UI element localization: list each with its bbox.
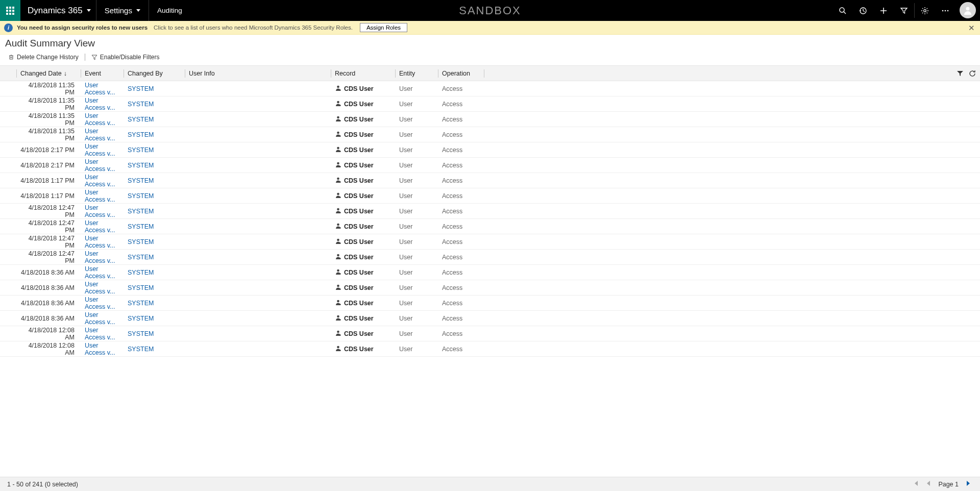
recent-button[interactable] [853, 0, 873, 21]
cell-changed-by-link[interactable]: SYSTEM [124, 162, 185, 169]
cell-changed-by-link[interactable]: SYSTEM [124, 131, 185, 138]
cell-date: 4/18/2018 12:47 PM [16, 219, 81, 234]
auditing-link[interactable]: Auditing [149, 0, 190, 21]
cell-event-link[interactable]: User Access v... [81, 143, 124, 157]
table-row[interactable]: 4/18/2018 2:17 PMUser Access v...SYSTEMC… [0, 158, 980, 173]
svg-point-40 [339, 258, 341, 259]
cell-event-link[interactable]: User Access v... [81, 219, 124, 234]
cell-changed-by-link[interactable]: SYSTEM [124, 146, 185, 154]
cell-changed-by-link[interactable]: SYSTEM [124, 300, 185, 307]
cell-record: CDS User [331, 238, 395, 246]
table-row[interactable]: 4/18/2018 12:08 AMUser Access v...SYSTEM… [0, 341, 980, 357]
table-row[interactable]: 4/18/2018 8:36 AMUser Access v...SYSTEMC… [0, 280, 980, 296]
col-changed-date[interactable]: Changed Date ↓ [16, 66, 81, 81]
table-row[interactable]: 4/18/2018 12:47 PMUser Access v...SYSTEM… [0, 204, 980, 219]
cell-entity: User [395, 177, 438, 184]
cell-event-link[interactable]: User Access v... [81, 189, 124, 203]
cell-changed-by-link[interactable]: SYSTEM [124, 269, 185, 276]
cell-operation: Access [438, 254, 484, 261]
table-row[interactable]: 4/18/2018 8:36 AMUser Access v...SYSTEMC… [0, 296, 980, 311]
notif-title: You need to assign security roles to new… [17, 24, 148, 31]
table-row[interactable]: 4/18/2018 11:35 PMUser Access v...SYSTEM… [0, 127, 980, 142]
cell-event-link[interactable]: User Access v... [81, 311, 124, 326]
cell-event-link[interactable]: User Access v... [81, 235, 124, 249]
table-row[interactable]: 4/18/2018 11:35 PMUser Access v...SYSTEM… [0, 112, 980, 127]
view-toolbar: Delete Change History Enable/Disable Fil… [0, 51, 980, 66]
cell-entity: User [395, 269, 438, 276]
svg-point-32 [339, 197, 341, 198]
table-row[interactable]: 4/18/2018 11:35 PMUser Access v...SYSTEM… [0, 81, 980, 96]
table-row[interactable]: 4/18/2018 8:36 AMUser Access v...SYSTEMC… [0, 311, 980, 326]
cell-changed-by-link[interactable]: SYSTEM [124, 315, 185, 322]
table-row[interactable]: 4/18/2018 11:35 PMUser Access v...SYSTEM… [0, 96, 980, 112]
col-record[interactable]: Record [331, 66, 395, 81]
table-row[interactable]: 4/18/2018 2:17 PMUser Access v...SYSTEMC… [0, 142, 980, 158]
cell-event-link[interactable]: User Access v... [81, 296, 124, 310]
svg-point-23 [337, 131, 339, 134]
col-user-info[interactable]: User Info [185, 66, 331, 81]
cell-operation: Access [438, 85, 484, 92]
cell-event-link[interactable]: User Access v... [81, 327, 124, 341]
cell-changed-by-link[interactable]: SYSTEM [124, 330, 185, 337]
assign-roles-button[interactable]: Assign Roles [360, 23, 407, 32]
delete-change-history-button[interactable]: Delete Change History [4, 52, 83, 62]
svg-point-50 [339, 334, 341, 336]
cell-event-link[interactable]: User Access v... [81, 112, 124, 127]
search-button[interactable] [832, 0, 853, 21]
cell-event-link[interactable]: User Access v... [81, 97, 124, 111]
cell-changed-by-link[interactable]: SYSTEM [124, 192, 185, 200]
cell-changed-by-link[interactable]: SYSTEM [124, 101, 185, 108]
col-changed-by[interactable]: Changed By [124, 66, 185, 81]
cell-changed-by-link[interactable]: SYSTEM [124, 116, 185, 123]
filter-button[interactable] [894, 0, 914, 21]
col-event[interactable]: Event [81, 66, 124, 81]
settings-menu[interactable]: Settings [96, 0, 149, 21]
brand-label: Dynamics 365 [28, 6, 83, 16]
add-button[interactable] [873, 0, 894, 21]
cell-event-link[interactable]: User Access v... [81, 158, 124, 173]
refresh-icon[interactable] [969, 70, 976, 77]
svg-point-38 [339, 242, 341, 244]
page-title: Audit Summary View [0, 35, 980, 51]
table-row[interactable]: 4/18/2018 1:17 PMUser Access v...SYSTEMC… [0, 173, 980, 188]
cell-changed-by-link[interactable]: SYSTEM [124, 85, 185, 92]
cell-event-link[interactable]: User Access v... [81, 281, 124, 295]
table-row[interactable]: 4/18/2018 12:47 PMUser Access v...SYSTEM… [0, 234, 980, 250]
gear-button[interactable] [915, 0, 935, 21]
app-launcher-button[interactable] [0, 0, 20, 21]
cell-changed-by-link[interactable]: SYSTEM [124, 177, 185, 184]
cell-event-link[interactable]: User Access v... [81, 265, 124, 280]
person-icon [335, 100, 344, 108]
svg-point-44 [339, 288, 341, 290]
audit-grid[interactable]: 4/18/2018 11:35 PMUser Access v...SYSTEM… [0, 81, 980, 380]
cell-changed-by-link[interactable]: SYSTEM [124, 208, 185, 215]
table-row[interactable]: 4/18/2018 12:47 PMUser Access v...SYSTEM… [0, 250, 980, 265]
cell-event-link[interactable]: User Access v... [81, 174, 124, 188]
cell-operation: Access [438, 330, 484, 337]
col-operation[interactable]: Operation [438, 66, 484, 81]
cell-changed-by-link[interactable]: SYSTEM [124, 238, 185, 245]
cell-changed-by-link[interactable]: SYSTEM [124, 284, 185, 291]
user-avatar[interactable] [960, 2, 976, 18]
cell-event-link[interactable]: User Access v... [81, 250, 124, 264]
col-entity[interactable]: Entity [395, 66, 438, 81]
funnel-icon[interactable] [957, 70, 964, 77]
cell-event-link[interactable]: User Access v... [81, 128, 124, 142]
table-row[interactable]: 4/18/2018 1:17 PMUser Access v...SYSTEMC… [0, 188, 980, 204]
cell-event-link[interactable]: User Access v... [81, 204, 124, 218]
cell-event-link[interactable]: User Access v... [81, 82, 124, 96]
svg-rect-0 [6, 7, 8, 9]
table-row[interactable]: 4/18/2018 8:36 AMUser Access v...SYSTEMC… [0, 265, 980, 280]
close-icon[interactable]: ✕ [968, 23, 975, 33]
cell-event-link[interactable]: User Access v... [81, 342, 124, 356]
table-row[interactable]: 4/18/2018 12:08 AMUser Access v...SYSTEM… [0, 326, 980, 341]
brand-menu[interactable]: Dynamics 365 [20, 0, 96, 21]
cell-changed-by-link[interactable]: SYSTEM [124, 223, 185, 230]
table-row[interactable]: 4/18/2018 12:47 PMUser Access v...SYSTEM… [0, 219, 980, 234]
cell-changed-by-link[interactable]: SYSTEM [124, 346, 185, 353]
enable-disable-filters-button[interactable]: Enable/Disable Filters [87, 52, 164, 62]
cell-record: CDS User [331, 177, 395, 185]
cell-changed-by-link[interactable]: SYSTEM [124, 254, 185, 261]
svg-point-43 [337, 284, 339, 287]
more-button[interactable] [935, 0, 955, 21]
